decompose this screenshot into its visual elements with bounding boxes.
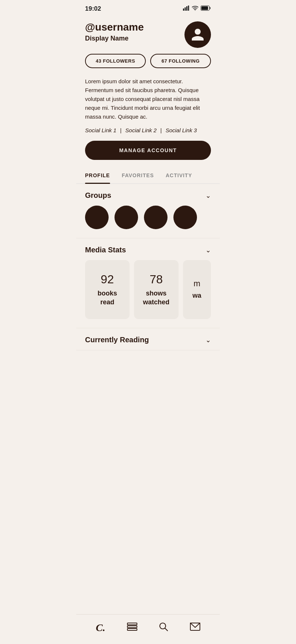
wifi-icon xyxy=(192,6,198,12)
svg-rect-9 xyxy=(127,629,137,630)
stat-card-shows: 78 showswatched xyxy=(134,260,179,319)
person-icon xyxy=(190,27,205,42)
currently-reading-section: Currently Reading ⌄ xyxy=(76,328,220,350)
svg-rect-6 xyxy=(201,6,208,10)
status-icons xyxy=(183,6,211,12)
groups-section: Groups ⌄ xyxy=(76,184,220,238)
social-link-1[interactable]: Social Link 1 xyxy=(85,127,116,133)
phone-container: 19:02 xyxy=(76,0,220,644)
svg-rect-8 xyxy=(127,626,137,628)
nav-search[interactable] xyxy=(153,620,174,635)
groups-chevron-icon: ⌄ xyxy=(205,192,211,200)
books-count: 92 xyxy=(101,273,114,286)
shows-count: 78 xyxy=(149,273,163,286)
movies-label: wa xyxy=(193,291,201,300)
currently-reading-chevron-icon: ⌄ xyxy=(205,336,211,344)
tabs: PROFILE FAVORITES ACTIVITY xyxy=(76,167,220,184)
avatar[interactable] xyxy=(184,21,211,48)
media-stats-title: Media Stats xyxy=(85,246,126,254)
bio: Lorem ipsum dolor sit amet consectetur. … xyxy=(76,74,220,127)
svg-rect-1 xyxy=(185,7,186,11)
search-icon xyxy=(159,622,168,634)
media-stats-section: Media Stats ⌄ 92 booksread 78 showswatch… xyxy=(76,238,220,328)
groups-title: Groups xyxy=(85,191,111,200)
tab-favorites[interactable]: FAVORITES xyxy=(122,167,154,183)
social-links: Social Link 1 | Social Link 2 | Social L… xyxy=(76,127,220,139)
social-link-3[interactable]: Social Link 3 xyxy=(166,127,197,133)
bottom-nav: C. xyxy=(76,614,220,644)
groups-avatars xyxy=(85,206,211,238)
social-sep-1: | xyxy=(120,127,123,133)
group-avatar-1[interactable] xyxy=(85,206,109,229)
media-stats-chevron-icon: ⌄ xyxy=(205,246,211,254)
nav-messages[interactable] xyxy=(184,621,206,634)
svg-line-11 xyxy=(165,628,168,631)
shows-label: showswatched xyxy=(143,289,169,307)
social-sep-2: | xyxy=(161,127,163,133)
mail-icon xyxy=(190,623,200,633)
followers-button[interactable]: 43 FOLLOWERS xyxy=(85,54,146,68)
svg-rect-0 xyxy=(183,8,184,11)
group-avatar-2[interactable] xyxy=(114,206,138,229)
display-name: Display Name xyxy=(85,35,144,42)
spacer xyxy=(76,350,220,614)
group-avatar-3[interactable] xyxy=(144,206,168,229)
following-button[interactable]: 67 FOLLOWING xyxy=(150,54,211,68)
stat-card-movies: m wa xyxy=(183,260,211,319)
status-time: 19:02 xyxy=(85,5,101,13)
svg-point-4 xyxy=(195,10,195,11)
stat-card-books: 92 booksread xyxy=(85,260,130,319)
groups-section-header[interactable]: Groups ⌄ xyxy=(85,184,211,206)
svg-rect-2 xyxy=(186,6,187,11)
profile-info: @username Display Name xyxy=(85,21,144,42)
books-label: booksread xyxy=(98,289,117,307)
username: @username xyxy=(85,21,144,33)
battery-icon xyxy=(201,6,211,12)
group-avatar-4[interactable] xyxy=(173,206,197,229)
nav-library[interactable] xyxy=(121,621,143,634)
tab-profile[interactable]: PROFILE xyxy=(85,167,110,183)
currently-reading-title: Currently Reading xyxy=(85,336,149,344)
media-stats-section-header[interactable]: Media Stats ⌄ xyxy=(85,238,211,260)
movies-count: m xyxy=(194,279,200,288)
home-logo-icon: C. xyxy=(96,622,105,634)
library-icon xyxy=(127,623,137,633)
follow-stats: 43 FOLLOWERS 67 FOLLOWING xyxy=(76,48,220,74)
manage-account-button[interactable]: MANAGE ACCOUNT xyxy=(85,141,211,160)
social-link-2[interactable]: Social Link 2 xyxy=(125,127,156,133)
currently-reading-header[interactable]: Currently Reading ⌄ xyxy=(85,328,211,350)
nav-home[interactable]: C. xyxy=(90,620,111,635)
status-bar: 19:02 xyxy=(76,0,220,15)
tab-activity[interactable]: ACTIVITY xyxy=(166,167,192,183)
signal-icon xyxy=(183,6,190,12)
profile-header: @username Display Name xyxy=(76,15,220,48)
media-stats-grid: 92 booksread 78 showswatched m wa xyxy=(85,260,211,328)
svg-rect-7 xyxy=(127,623,137,625)
svg-rect-3 xyxy=(188,6,189,11)
